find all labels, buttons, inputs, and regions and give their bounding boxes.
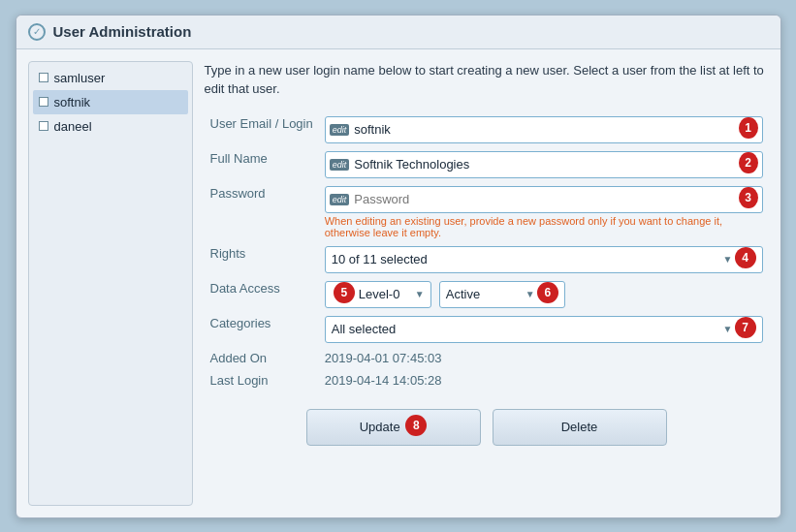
categories-row: Categories All selected ▼ 7: [205, 312, 769, 347]
password-field-cell: edit 3 When editing an existing user, pr…: [319, 182, 769, 242]
status-dropdown-arrow: ▼: [525, 289, 535, 299]
email-label: User Email / Login: [205, 112, 319, 147]
user-icon-samluser: [39, 73, 48, 82]
password-label: Password: [205, 182, 319, 242]
email-row: User Email / Login edit 1: [205, 112, 769, 147]
fullname-label: Full Name: [205, 147, 319, 182]
rights-dropdown-arrow: ▼: [723, 254, 733, 265]
delete-button[interactable]: Delete: [493, 409, 667, 446]
titlebar: ✓ User Administration: [16, 16, 780, 49]
email-input[interactable]: [354, 122, 737, 137]
edit-badge-email: edit: [330, 124, 350, 136]
badge-1: 1: [739, 117, 758, 139]
window-icon: ✓: [28, 23, 46, 41]
last-login-label: Last Login: [205, 369, 319, 391]
status-dropdown[interactable]: Active ▼ 6: [439, 281, 565, 308]
badge-5: 5: [334, 282, 355, 303]
fullname-input-wrapper: edit 2: [325, 151, 763, 178]
added-on-label: Added On: [205, 347, 319, 369]
button-row: Update 8 Delete: [205, 401, 769, 450]
email-input-wrapper: edit 1: [325, 116, 763, 143]
fullname-input[interactable]: [354, 157, 737, 172]
sidebar-item-samluser[interactable]: samluser: [33, 66, 188, 90]
rights-value: 10 of 11 selected: [332, 252, 719, 266]
level-value: Level-0: [359, 287, 411, 301]
user-icon-softnik: [39, 97, 48, 107]
rights-field-cell: 10 of 11 selected ▼ 4: [319, 242, 769, 277]
email-field-cell: edit 1: [319, 112, 769, 147]
edit-badge-fullname: edit: [330, 159, 350, 171]
badge-7: 7: [735, 317, 756, 338]
user-administration-window: ✓ User Administration samluser softnik d…: [16, 15, 781, 518]
main-panel: Type in a new user login name below to s…: [205, 61, 769, 506]
edit-badge-password: edit: [330, 194, 350, 205]
form-table: User Email / Login edit 1 Full Name: [205, 112, 769, 391]
categories-dropdown[interactable]: All selected ▼ 7: [325, 316, 763, 343]
password-input[interactable]: [354, 192, 737, 206]
data-access-label: Data Access: [205, 277, 319, 312]
password-hint: When editing an existing user, provide a…: [325, 215, 763, 238]
user-list: samluser softnik daneel: [28, 61, 193, 506]
data-access-field-cell: 5 Level-0 ▼ Active ▼ 6: [319, 277, 769, 312]
sidebar-item-softnik[interactable]: softnik: [33, 90, 188, 114]
sidebar-item-daneel[interactable]: daneel: [33, 114, 188, 139]
badge-3: 3: [739, 187, 758, 208]
content-area: samluser softnik daneel Type in a new us…: [16, 49, 780, 517]
password-row: Password edit 3 When editing an existing…: [205, 182, 769, 242]
added-on-value: 2019-04-01 07:45:03: [325, 345, 442, 365]
categories-field-cell: All selected ▼ 7: [319, 312, 769, 347]
data-access-controls: 5 Level-0 ▼ Active ▼ 6: [325, 281, 763, 308]
status-value: Active: [446, 287, 522, 301]
user-icon-daneel: [39, 121, 48, 131]
password-input-wrapper: edit 3: [325, 186, 763, 213]
categories-value: All selected: [332, 322, 719, 336]
fullname-field-cell: edit 2: [319, 147, 769, 182]
badge-2: 2: [739, 152, 758, 173]
window-title: User Administration: [53, 23, 192, 40]
rights-label: Rights: [205, 242, 319, 277]
level-dropdown-arrow: ▼: [415, 289, 425, 299]
last-login-field-cell: 2019-04-14 14:05:28: [319, 369, 769, 391]
categories-label: Categories: [205, 312, 319, 347]
update-button[interactable]: Update 8: [306, 409, 481, 446]
fullname-row: Full Name edit 2: [205, 147, 769, 182]
badge-8: 8: [405, 415, 427, 436]
added-on-row: Added On 2019-04-01 07:45:03: [205, 347, 769, 369]
instruction-text: Type in a new user login name below to s…: [205, 61, 769, 103]
badge-6: 6: [537, 282, 558, 303]
categories-dropdown-arrow: ▼: [723, 324, 733, 334]
added-on-field-cell: 2019-04-01 07:45:03: [319, 347, 769, 369]
last-login-value: 2019-04-14 14:05:28: [325, 367, 442, 388]
level-dropdown[interactable]: 5 Level-0 ▼: [325, 281, 431, 308]
data-access-row: Data Access 5 Level-0 ▼ Active: [205, 277, 769, 312]
badge-4: 4: [735, 247, 756, 268]
last-login-row: Last Login 2019-04-14 14:05:28: [205, 369, 769, 391]
rights-dropdown[interactable]: 10 of 11 selected ▼ 4: [325, 246, 763, 273]
rights-row: Rights 10 of 11 selected ▼ 4: [205, 242, 769, 277]
